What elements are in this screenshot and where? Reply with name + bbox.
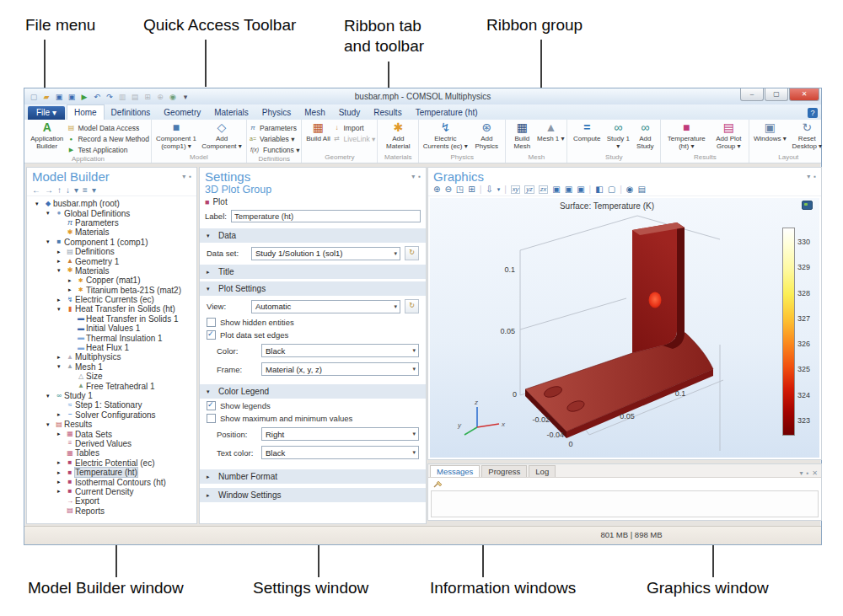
tab-physics[interactable]: Physics — [255, 105, 298, 120]
print-icon[interactable]: ▤ — [637, 185, 645, 194]
panel-menu-icon[interactable]: ▾ — [799, 469, 803, 477]
tree-item[interactable]: Isothermal Contours (ht) — [27, 477, 196, 486]
perspective-icon[interactable]: ▣ — [565, 185, 572, 194]
tree-expander-icon[interactable] — [68, 277, 76, 284]
tab-results[interactable]: Results — [367, 105, 408, 120]
view-yz-icon[interactable]: yz — [524, 185, 534, 194]
tree-expander-icon[interactable] — [35, 201, 43, 207]
show-options-icon[interactable]: ▾ — [74, 185, 78, 195]
pin-icon[interactable]: ▪ — [189, 173, 191, 180]
tree-item[interactable]: Global Definitions — [27, 208, 196, 217]
default-view-icon[interactable]: ⇩ — [486, 185, 492, 194]
separator[interactable]: | — [480, 185, 482, 194]
file-menu-button[interactable]: File ▾ — [28, 106, 65, 120]
separator[interactable]: | — [620, 185, 622, 194]
tree-item[interactable]: Mesh 1 — [27, 362, 196, 372]
add-physics-button[interactable]: ⊛ Add Physics — [470, 121, 503, 150]
transparency-icon[interactable]: ▢ — [608, 185, 615, 194]
tab-log[interactable]: Log — [529, 465, 556, 477]
goto-view-icon[interactable]: ↻ — [405, 299, 419, 313]
tree-item[interactable]: Export — [27, 496, 196, 506]
tree-item[interactable]: Component 1 (comp1) — [27, 238, 196, 247]
tree-item[interactable]: Derived Values — [27, 439, 196, 448]
tree-item[interactable]: Initial Values 1 — [27, 324, 196, 333]
tree-item[interactable]: Materials — [27, 228, 196, 237]
help-icon[interactable]: ? — [808, 108, 818, 118]
tree-expander-icon[interactable] — [46, 210, 54, 217]
view-xy-icon[interactable]: xy — [511, 185, 521, 194]
tree-item[interactable]: Electric Potential (ec) — [27, 458, 196, 468]
tree-item[interactable]: Heat Flux 1 — [27, 343, 196, 352]
tree-item[interactable]: Titanium beta-21S (mat2) — [27, 286, 196, 295]
tree-expander-icon[interactable] — [57, 479, 65, 485]
color-select[interactable]: Black — [261, 344, 419, 357]
panel-menu-icon[interactable]: ▾ — [182, 173, 185, 180]
tab-home[interactable]: Home — [67, 104, 105, 121]
tree-item[interactable]: Parameters — [27, 218, 196, 228]
component-button[interactable]: ■ Component 1 (comp1) ▾ — [153, 121, 199, 150]
show-legends-checkbox[interactable] — [207, 401, 216, 410]
panel-menu-icon[interactable]: ▾ — [411, 173, 415, 180]
maximize-button[interactable]: ▢ — [765, 88, 788, 101]
tree-item[interactable]: busbar.mph (root) — [27, 199, 196, 208]
tree-expander-icon[interactable] — [57, 267, 65, 274]
tree-item[interactable]: Study 1 — [27, 391, 196, 400]
label-input[interactable] — [231, 210, 421, 222]
frame-select[interactable]: Material (x, y, z) — [261, 362, 419, 376]
tree-item[interactable]: Reports — [27, 506, 196, 516]
tree-item[interactable]: Multiphysics — [27, 352, 196, 362]
position-select[interactable]: Right — [261, 427, 419, 441]
section-plot-settings[interactable]: Plot Settings — [200, 281, 426, 296]
pin-icon[interactable]: ▪ — [813, 173, 816, 180]
tree-item[interactable]: Step 1: Stationary — [27, 400, 196, 410]
tree-expander-icon[interactable] — [57, 354, 65, 361]
pin-icon[interactable]: ▪ — [806, 469, 808, 477]
add-component-button[interactable]: ◇ Add Component ▾ — [199, 121, 244, 150]
close-button[interactable]: ✕ — [789, 88, 819, 101]
view-menu-icon[interactable]: ▾ — [497, 186, 501, 193]
view-zx-icon[interactable]: zx — [539, 185, 549, 194]
plot-area[interactable]: Surface: Temperature (K) — [430, 198, 819, 458]
livelink-button[interactable]: ⇄LiveLink ▾ — [332, 133, 375, 144]
tab-geometry[interactable]: Geometry — [157, 105, 207, 120]
tree-item[interactable]: Free Tetrahedral 1 — [27, 381, 196, 390]
collapse-all-icon[interactable]: ≡ — [83, 185, 88, 195]
tree-item[interactable]: Results — [27, 420, 196, 429]
tree-item[interactable]: Size — [27, 372, 196, 381]
plot-button[interactable]: Plot — [212, 197, 227, 206]
show-maxmin-checkbox[interactable] — [207, 414, 216, 423]
mesh-button[interactable]: ▲ Mesh 1 ▾ — [536, 121, 565, 142]
tree-expander-icon[interactable] — [57, 411, 65, 418]
tree-item[interactable]: Definitions — [27, 247, 196, 256]
tree-item[interactable]: Materials — [27, 266, 196, 276]
compute-button[interactable]: = Compute — [569, 121, 604, 142]
tab-mesh[interactable]: Mesh — [298, 105, 331, 120]
tree-item[interactable]: Electric Currents (ec) — [27, 295, 196, 304]
zoom-in-icon[interactable]: ⊕ — [433, 185, 440, 194]
tree-item[interactable]: Heat Transfer in Solids (ht) — [27, 304, 196, 313]
tree-item[interactable]: Heat Transfer in Solids 1 — [27, 314, 196, 324]
test-application-button[interactable]: ▶Test Application — [67, 144, 149, 155]
plot-edges-checkbox[interactable] — [207, 330, 216, 340]
section-number-format[interactable]: Number Format — [200, 469, 426, 484]
tree-item[interactable]: Solver Configurations — [27, 410, 196, 420]
windows-button[interactable]: ▣ Windows ▾ — [751, 121, 788, 142]
view-select[interactable]: Automatic — [251, 300, 400, 313]
select-box-icon[interactable]: ◧ — [595, 185, 603, 194]
tree-expander-icon[interactable] — [46, 238, 54, 245]
add-plot-group-button[interactable]: ▤ Add Plot Group ▾ — [710, 121, 747, 150]
show-hidden-checkbox[interactable] — [207, 318, 216, 327]
study-button[interactable]: ∞ Study 1 ▾ — [604, 121, 631, 150]
pin-icon[interactable]: ▪ — [418, 173, 421, 180]
clear-messages-icon[interactable] — [432, 479, 443, 489]
tree-expander-icon[interactable] — [57, 297, 65, 303]
functions-button[interactable]: f(x)Functions ▾ — [249, 144, 299, 155]
tree-expander-icon[interactable] — [46, 393, 54, 399]
tree-expander-icon[interactable] — [57, 306, 65, 313]
dataset-select[interactable]: Study 1/Solution 1 (sol1) — [251, 247, 400, 260]
tree-expander-icon[interactable] — [68, 287, 76, 293]
zoom-box-icon[interactable]: ⊞ — [468, 185, 475, 194]
build-all-button[interactable]: ▦ Build All — [303, 121, 332, 142]
scene-light-icon[interactable]: ▣ — [577, 185, 584, 194]
separator[interactable]: | — [504, 185, 507, 194]
